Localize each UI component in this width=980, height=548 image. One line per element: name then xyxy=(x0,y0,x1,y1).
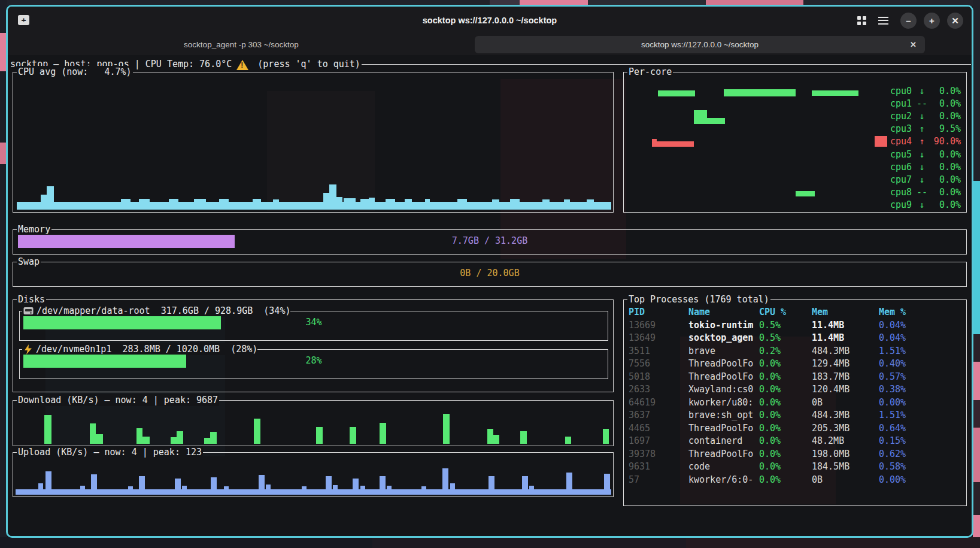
core-history-bar xyxy=(796,191,815,196)
core-row-cpu0: cpu0↓0.0% xyxy=(890,84,961,97)
disks-title: Disks xyxy=(17,293,46,305)
upload-bar xyxy=(211,477,217,489)
upload-bar xyxy=(387,486,392,489)
trend-arrow-icon: ↓ xyxy=(914,199,930,210)
minimize-button[interactable]: – xyxy=(900,13,917,29)
process-row: 57kworker/6:0-0.0%0B0.00% xyxy=(629,474,963,487)
download-bar xyxy=(142,437,150,444)
upload-bar xyxy=(302,486,307,489)
upload-bar xyxy=(128,486,133,489)
core-history-bar xyxy=(812,90,858,96)
per-core-title: Per-core xyxy=(627,66,673,78)
upload-panel: Upload (KB/s) — now: 4 | peak: 123 xyxy=(13,452,614,497)
process-row: 3637brave:sh_opt0.0%484.3MB1.51% xyxy=(629,409,963,422)
spark-bar xyxy=(329,184,336,202)
swap-label: 0B / 20.0GB xyxy=(18,268,961,278)
core-row-cpu5: cpu5↓0.0% xyxy=(890,148,961,161)
spark-bar xyxy=(510,199,520,202)
cpu-avg-title: CPU avg (now: 4.7%) xyxy=(17,66,133,78)
upload-baseline xyxy=(16,489,611,495)
upload-bar xyxy=(80,486,85,489)
spark-bar xyxy=(219,199,229,202)
spark-bar xyxy=(564,199,570,202)
memory-title: Memory xyxy=(17,223,51,235)
download-bar xyxy=(520,431,527,444)
tab-socktop-agent[interactable]: socktop_agent -p 303 ~/socktop xyxy=(8,34,475,55)
desktop: + socktop ws://127.0.0.0 ~/socktop – + ✕… xyxy=(0,0,980,548)
upload-bar xyxy=(326,476,332,489)
disks-panel: Disks /dev/mapper/data-root 317.6GB / 92… xyxy=(13,299,614,392)
spark-bar xyxy=(139,199,150,202)
upload-bar xyxy=(175,479,181,489)
download-bar xyxy=(171,437,177,444)
upload-bar xyxy=(529,486,534,489)
spark-bar xyxy=(587,199,594,202)
upload-bar xyxy=(450,483,455,489)
upload-bar xyxy=(604,474,610,489)
download-title: Download (KB/s) — now: 4 | peak: 9687 xyxy=(17,394,219,406)
wallpaper-strip-right xyxy=(973,0,980,548)
trend-arrow-icon: -- xyxy=(914,187,930,198)
spark-bar xyxy=(121,199,131,202)
upload-bar xyxy=(224,486,229,489)
download-bar xyxy=(603,429,609,444)
spark-bar xyxy=(194,199,206,202)
spark-bar xyxy=(405,199,412,202)
download-bar xyxy=(136,428,142,444)
download-bar xyxy=(316,427,323,444)
core-history-bar xyxy=(658,90,695,96)
tab-socktop-active[interactable]: socktop ws://127.0.0.0 ~/socktop ✕ xyxy=(475,36,925,53)
download-bar xyxy=(565,437,571,444)
trend-arrow-icon: ↑ xyxy=(914,123,930,134)
trend-arrow-icon: ↓ xyxy=(914,86,930,96)
memory-label: 7.7GB / 31.2GB xyxy=(18,235,961,246)
download-bar xyxy=(96,434,103,444)
download-bar xyxy=(44,415,51,444)
process-table: PIDNameCPU %MemMem %13669tokio-runtim0.5… xyxy=(629,306,963,486)
process-row: 7556ThreadPoolFo0.0%129.4MB0.40% xyxy=(629,358,963,371)
spark-bar xyxy=(41,195,47,202)
core-row-cpu8: cpu8--0.0% xyxy=(890,186,961,199)
trend-arrow-icon: ↓ xyxy=(914,111,930,122)
menu-icon[interactable] xyxy=(878,17,888,25)
download-bar xyxy=(493,435,499,444)
process-table-header: PIDNameCPU %MemMem % xyxy=(629,306,963,319)
upload-bar xyxy=(380,476,386,489)
core-alert-swatch xyxy=(875,136,887,147)
top-processes-title: Top Processes (1769 total) xyxy=(627,293,770,305)
trend-arrow-icon: ↑ xyxy=(914,136,930,147)
per-core-panel: Per-core cpu0↓0.0%cpu1--0.0%cpu2↓0.0%cpu… xyxy=(623,72,967,213)
swap-title: Swap xyxy=(17,256,41,268)
download-panel: Download (KB/s) — now: 4 | peak: 9687 xyxy=(13,400,614,446)
tab-grid-icon[interactable] xyxy=(857,16,866,25)
core-row-cpu1: cpu1--0.0% xyxy=(890,97,961,110)
tab-close-icon[interactable]: ✕ xyxy=(910,40,917,49)
process-row: 9631code0.0%184.5MB0.58% xyxy=(629,461,963,474)
disk-icon xyxy=(23,307,34,316)
upload-bar xyxy=(91,474,97,489)
spark-bar xyxy=(169,199,178,202)
download-bar xyxy=(487,429,493,444)
memory-panel: Memory 7.7GB / 31.2GB xyxy=(13,229,967,255)
terminal-content: socktop — host: pop-os | CPU Temp: 76.0°… xyxy=(10,55,972,536)
close-button[interactable]: ✕ xyxy=(947,13,963,29)
upload-bar xyxy=(360,486,365,489)
upload-bar xyxy=(45,471,51,489)
memory-gauge: 7.7GB / 31.2GB xyxy=(18,235,961,248)
warning-icon xyxy=(236,60,248,70)
upload-bar xyxy=(139,476,145,489)
disk-data-root: /dev/mapper/data-root 317.6GB / 928.9GB … xyxy=(19,311,608,341)
per-core-list: cpu0↓0.0%cpu1--0.0%cpu2↓0.0%cpu3↑9.5%cpu… xyxy=(890,84,961,211)
maximize-button[interactable]: + xyxy=(924,13,940,29)
spark-bar xyxy=(386,199,395,202)
upload-bar xyxy=(182,486,187,489)
upload-bar xyxy=(489,476,494,489)
upload-bar xyxy=(353,479,359,489)
top-processes-panel: Top Processes (1769 total) PIDNameCPU %M… xyxy=(623,299,967,506)
spark-bar xyxy=(425,199,430,202)
spark-bar xyxy=(344,198,356,202)
download-bar xyxy=(90,423,96,444)
swap-gauge: 0B / 20.0GB xyxy=(18,267,961,280)
core-row-cpu7: cpu7↓0.0% xyxy=(890,173,961,186)
upload-bar xyxy=(259,475,265,489)
